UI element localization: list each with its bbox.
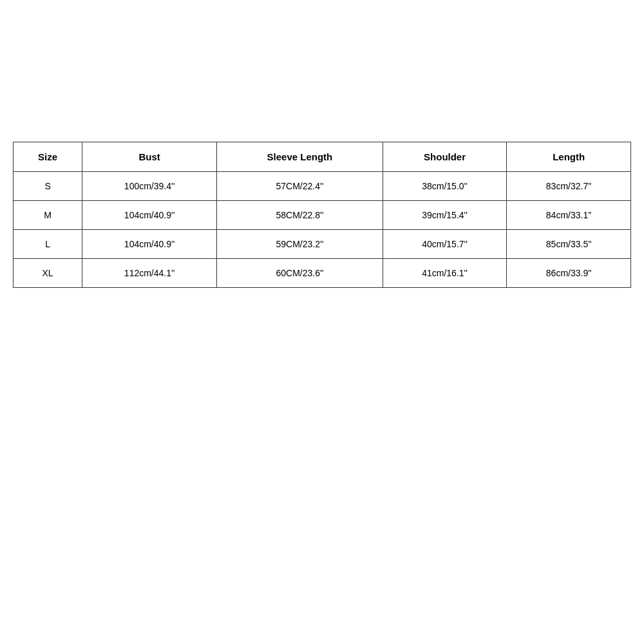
cell-sleeve_length: 58CM/22.8'' (217, 201, 383, 230)
cell-length: 86cm/33.9'' (507, 259, 631, 288)
cell-sleeve_length: 57CM/22.4'' (217, 172, 383, 201)
cell-size: L (14, 230, 82, 259)
cell-shoulder: 41cm/16.1'' (383, 259, 507, 288)
cell-bust: 104cm/40.9'' (82, 201, 217, 230)
table-row: S100cm/39.4''57CM/22.4''38cm/15.0''83cm/… (14, 172, 631, 201)
cell-shoulder: 38cm/15.0'' (383, 172, 507, 201)
col-header-shoulder: Shoulder (383, 142, 507, 172)
table-row: M104cm/40.9''58CM/22.8''39cm/15.4''84cm/… (14, 201, 631, 230)
size-chart-table: Size Bust Sleeve Length Shoulder Length … (13, 142, 631, 288)
cell-sleeve_length: 60CM/23.6'' (217, 259, 383, 288)
cell-shoulder: 39cm/15.4'' (383, 201, 507, 230)
cell-size: XL (14, 259, 82, 288)
size-chart-container: Size Bust Sleeve Length Shoulder Length … (13, 142, 631, 288)
col-header-bust: Bust (82, 142, 217, 172)
table-header-row: Size Bust Sleeve Length Shoulder Length (14, 142, 631, 172)
cell-length: 84cm/33.1'' (507, 201, 631, 230)
cell-sleeve_length: 59CM/23.2'' (217, 230, 383, 259)
col-header-size: Size (14, 142, 82, 172)
cell-size: M (14, 201, 82, 230)
cell-bust: 100cm/39.4'' (82, 172, 217, 201)
col-header-length: Length (507, 142, 631, 172)
table-row: L104cm/40.9''59CM/23.2''40cm/15.7''85cm/… (14, 230, 631, 259)
cell-bust: 112cm/44.1'' (82, 259, 217, 288)
cell-length: 85cm/33.5'' (507, 230, 631, 259)
cell-size: S (14, 172, 82, 201)
cell-length: 83cm/32.7'' (507, 172, 631, 201)
table-row: XL112cm/44.1''60CM/23.6''41cm/16.1''86cm… (14, 259, 631, 288)
col-header-sleeve-length: Sleeve Length (217, 142, 383, 172)
cell-shoulder: 40cm/15.7'' (383, 230, 507, 259)
cell-bust: 104cm/40.9'' (82, 230, 217, 259)
